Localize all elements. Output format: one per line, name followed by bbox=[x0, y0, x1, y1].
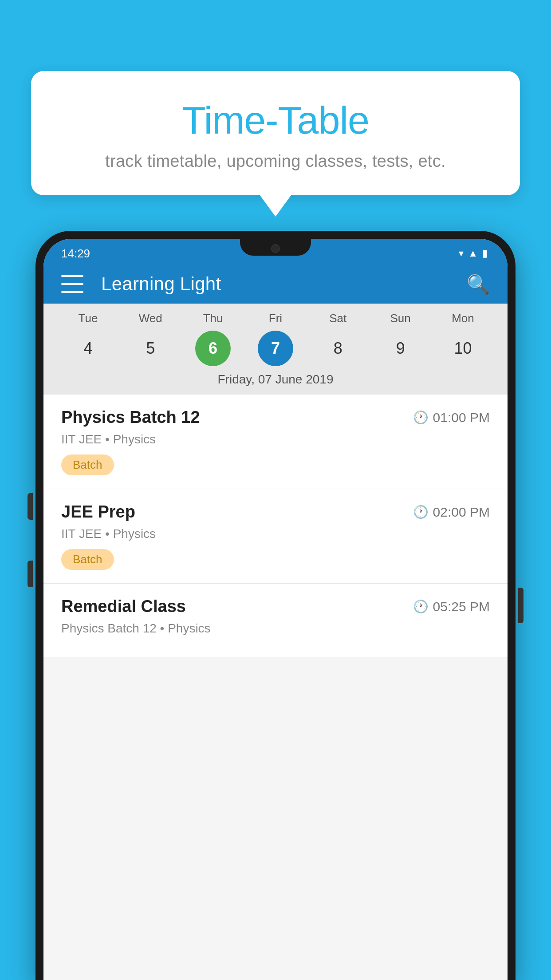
day-4[interactable]: 4 bbox=[70, 331, 106, 366]
day-5[interactable]: 5 bbox=[133, 331, 168, 366]
clock-icon-3: 🕐 bbox=[413, 599, 429, 614]
schedule-item-3-time: 🕐 05:25 PM bbox=[413, 599, 490, 614]
side-handle-left bbox=[28, 493, 33, 520]
schedule-item-1-time: 🕐 01:00 PM bbox=[413, 410, 490, 425]
phone-screen: 14:29 ▾ ▲ ▮ Learning Light 🔍 Tue Wed Thu bbox=[43, 239, 508, 980]
day-label-wed: Wed bbox=[128, 312, 173, 325]
schedule-item-1[interactable]: Physics Batch 12 🕐 01:00 PM IIT JEE • Ph… bbox=[43, 395, 508, 489]
app-title: Learning Light bbox=[101, 273, 453, 295]
signal-icon: ▲ bbox=[468, 248, 478, 259]
status-icons: ▾ ▲ ▮ bbox=[459, 248, 488, 259]
schedule-item-1-title: Physics Batch 12 bbox=[61, 408, 200, 427]
menu-button[interactable] bbox=[61, 275, 83, 293]
phone-notch bbox=[240, 239, 311, 256]
search-icon[interactable]: 🔍 bbox=[467, 273, 490, 295]
day-label-mon: Mon bbox=[441, 312, 485, 325]
day-8[interactable]: 8 bbox=[320, 331, 356, 366]
schedule-item-1-tag: Batch bbox=[61, 454, 114, 475]
schedule-item-1-header: Physics Batch 12 🕐 01:00 PM bbox=[61, 408, 490, 427]
battery-icon: ▮ bbox=[482, 248, 488, 259]
phone-frame: 14:29 ▾ ▲ ▮ Learning Light 🔍 Tue Wed Thu bbox=[35, 231, 516, 980]
schedule-item-2-time: 🕐 02:00 PM bbox=[413, 505, 490, 520]
schedule-item-3[interactable]: Remedial Class 🕐 05:25 PM Physics Batch … bbox=[43, 584, 508, 657]
speech-bubble: Time-Table track timetable, upcoming cla… bbox=[31, 71, 520, 195]
day-label-fri: Fri bbox=[253, 312, 298, 325]
schedule-item-2-subtitle: IIT JEE • Physics bbox=[61, 527, 490, 541]
day-label-sat: Sat bbox=[316, 312, 360, 325]
schedule-item-3-subtitle: Physics Batch 12 • Physics bbox=[61, 621, 490, 636]
day-label-sun: Sun bbox=[378, 312, 423, 325]
schedule-item-3-title: Remedial Class bbox=[61, 597, 186, 616]
status-time: 14:29 bbox=[61, 247, 90, 261]
menu-line-3 bbox=[61, 291, 83, 293]
bubble-subtitle: track timetable, upcoming classes, tests… bbox=[53, 152, 498, 171]
clock-icon-2: 🕐 bbox=[413, 505, 429, 519]
app-bar: Learning Light 🔍 bbox=[43, 265, 508, 304]
day-6[interactable]: 6 bbox=[195, 331, 231, 366]
schedule-item-2[interactable]: JEE Prep 🕐 02:00 PM IIT JEE • Physics Ba… bbox=[43, 489, 508, 584]
calendar-header: Tue Wed Thu Fri Sat Sun Mon 4 5 6 7 8 9 … bbox=[43, 304, 508, 395]
schedule-item-2-tag: Batch bbox=[61, 549, 114, 570]
schedule-list: Physics Batch 12 🕐 01:00 PM IIT JEE • Ph… bbox=[43, 395, 508, 657]
day-10[interactable]: 10 bbox=[445, 331, 480, 366]
day-9[interactable]: 9 bbox=[383, 331, 418, 366]
day-7[interactable]: 7 bbox=[258, 331, 293, 366]
schedule-item-2-title: JEE Prep bbox=[61, 502, 135, 522]
schedule-item-1-subtitle: IIT JEE • Physics bbox=[61, 432, 490, 447]
side-handle-right bbox=[518, 588, 523, 623]
day-numbers: 4 5 6 7 8 9 10 bbox=[57, 331, 494, 366]
schedule-item-2-header: JEE Prep 🕐 02:00 PM bbox=[61, 502, 490, 522]
wifi-icon: ▾ bbox=[459, 248, 464, 259]
day-labels: Tue Wed Thu Fri Sat Sun Mon bbox=[57, 312, 494, 325]
front-camera bbox=[271, 244, 280, 253]
selected-date: Friday, 07 June 2019 bbox=[57, 372, 494, 390]
day-label-tue: Tue bbox=[66, 312, 110, 325]
schedule-item-3-header: Remedial Class 🕐 05:25 PM bbox=[61, 597, 490, 616]
menu-line-2 bbox=[61, 283, 83, 285]
clock-icon-1: 🕐 bbox=[413, 410, 429, 425]
day-label-thu: Thu bbox=[191, 312, 235, 325]
bubble-title: Time-Table bbox=[53, 98, 498, 143]
side-handle-left2 bbox=[28, 561, 33, 587]
menu-line-1 bbox=[61, 275, 83, 277]
